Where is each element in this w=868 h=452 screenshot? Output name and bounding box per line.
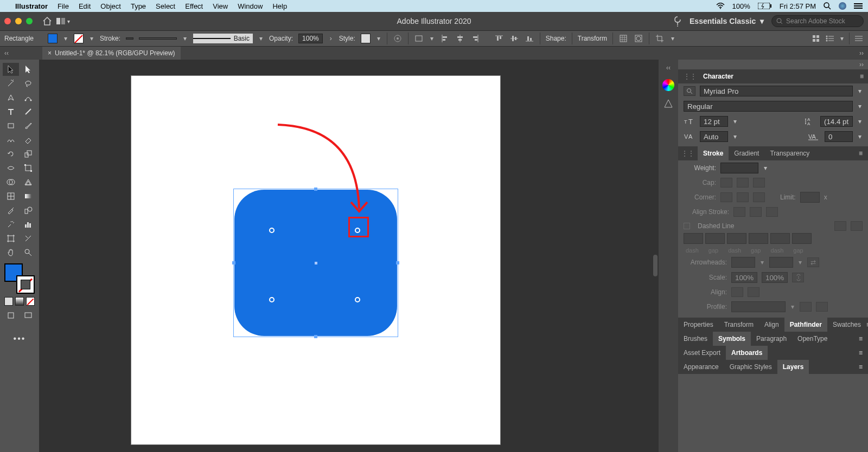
kerning-input[interactable] bbox=[700, 131, 728, 142]
align-top-icon[interactable] bbox=[494, 34, 504, 43]
clock[interactable]: Fri 2:57 PM bbox=[780, 2, 816, 10]
font-style-dd[interactable]: ▾ bbox=[857, 104, 863, 109]
crop-image-icon[interactable] bbox=[655, 34, 665, 43]
arrow-scale-end[interactable] bbox=[762, 272, 788, 283]
font-family-input[interactable] bbox=[700, 86, 853, 96]
panel-grip-icon[interactable]: ⋮⋮ bbox=[684, 73, 697, 80]
selection-tool-icon[interactable] bbox=[3, 63, 19, 76]
isolate-icon[interactable] bbox=[618, 34, 628, 43]
dock-collapse-icon[interactable]: ‹‹ bbox=[666, 64, 671, 72]
menu-object[interactable]: Object bbox=[100, 2, 121, 10]
gradient-tab[interactable]: Gradient bbox=[729, 146, 764, 160]
panel-grip-icon[interactable]: ⋮⋮ bbox=[678, 150, 698, 157]
arrow-start-select[interactable] bbox=[731, 257, 755, 268]
font-search-icon[interactable] bbox=[684, 86, 695, 96]
align-stroke-center-icon[interactable] bbox=[733, 207, 745, 217]
asset-export-tab[interactable]: Asset Export bbox=[678, 346, 726, 360]
none-mode-icon[interactable] bbox=[26, 297, 35, 306]
align-right-icon[interactable] bbox=[470, 34, 480, 43]
fill-stroke-indicator[interactable] bbox=[4, 263, 35, 294]
brushes-tab[interactable]: Brushes bbox=[678, 332, 713, 346]
perspective-grid-tool-icon[interactable] bbox=[20, 176, 36, 189]
stroke-tab[interactable]: Stroke bbox=[698, 146, 729, 160]
wifi-icon[interactable] bbox=[716, 3, 725, 9]
tracking-dd[interactable]: ▾ bbox=[857, 134, 863, 139]
adobe-stock-search[interactable]: Search Adobe Stock bbox=[771, 15, 864, 27]
pen-tool-icon[interactable] bbox=[3, 91, 19, 104]
appearance-tab[interactable]: Appearance bbox=[678, 360, 724, 374]
zoom-window-icon[interactable] bbox=[26, 18, 33, 24]
pathfinder-tab[interactable]: Pathfinder bbox=[784, 318, 827, 332]
recolor-artwork-icon[interactable] bbox=[393, 34, 403, 43]
opacity-dd[interactable]: › bbox=[328, 36, 334, 41]
shape-label[interactable]: Shape: bbox=[546, 35, 566, 42]
brush-definition[interactable]: Basic bbox=[193, 34, 253, 43]
home-button[interactable] bbox=[42, 16, 52, 26]
gap2-input[interactable] bbox=[749, 233, 768, 244]
font-family-dd[interactable]: ▾ bbox=[857, 88, 863, 94]
shaper-tool-icon[interactable] bbox=[3, 133, 19, 146]
blend-tool-icon[interactable] bbox=[20, 204, 36, 217]
fill-dropdown-icon[interactable]: ▾ bbox=[63, 36, 68, 41]
tracking-input[interactable] bbox=[825, 131, 853, 142]
spotlight-icon[interactable] bbox=[824, 2, 831, 10]
corner-widget-br[interactable] bbox=[355, 297, 360, 302]
align-hcenter-icon[interactable] bbox=[455, 34, 465, 43]
shape-builder-tool-icon[interactable] bbox=[3, 176, 19, 189]
font-size-input[interactable] bbox=[700, 116, 728, 127]
transparency-tab[interactable]: Transparency bbox=[764, 146, 815, 160]
align-stroke-inside-icon[interactable] bbox=[750, 207, 762, 217]
menu-file[interactable]: File bbox=[58, 2, 69, 10]
tabs-scroll-left-icon[interactable]: ‹‹ bbox=[4, 49, 9, 57]
row4-menu-icon[interactable]: ≡ bbox=[859, 363, 868, 371]
corner-bevel-icon[interactable] bbox=[753, 192, 765, 202]
paintbrush-tool-icon[interactable] bbox=[20, 119, 36, 132]
search-help-icon[interactable] bbox=[673, 16, 682, 27]
draw-mode-icon[interactable] bbox=[3, 309, 19, 322]
kerning-dd[interactable]: ▾ bbox=[732, 134, 738, 139]
tabs-scroll-right-icon[interactable]: ›› bbox=[859, 49, 864, 57]
gradient-tool-icon[interactable] bbox=[20, 190, 36, 203]
dash-preserve-icon[interactable] bbox=[851, 221, 863, 231]
flip-along-icon[interactable] bbox=[800, 302, 812, 312]
lasso-tool-icon[interactable] bbox=[20, 77, 36, 90]
gap3-input[interactable] bbox=[792, 233, 812, 244]
minimize-window-icon[interactable] bbox=[15, 18, 22, 24]
siri-icon[interactable] bbox=[839, 2, 846, 10]
arrow-align-end-icon[interactable] bbox=[748, 287, 760, 297]
leading-input[interactable] bbox=[820, 116, 853, 127]
stroke-weight-dd[interactable]: ▾ bbox=[763, 165, 768, 171]
panel-menu-icon[interactable] bbox=[854, 34, 864, 43]
arrow-scale-start[interactable] bbox=[731, 272, 757, 283]
column-graph-tool-icon[interactable] bbox=[20, 218, 36, 231]
curvature-tool-icon[interactable] bbox=[20, 91, 36, 104]
align-to-selection-icon[interactable] bbox=[414, 34, 424, 43]
leading-dd[interactable]: ▾ bbox=[857, 119, 863, 124]
rectangle-tool-icon[interactable] bbox=[3, 119, 19, 132]
artboard[interactable] bbox=[131, 76, 500, 444]
eyedropper-tool-icon[interactable] bbox=[3, 204, 19, 217]
profile-dd[interactable]: ▾ bbox=[790, 304, 795, 309]
direct-selection-tool-icon[interactable] bbox=[20, 63, 36, 76]
document-tab[interactable]: × Untitled-1* @ 82.1% (RGB/GPU Preview) bbox=[42, 47, 181, 60]
align-stroke-outside-icon[interactable] bbox=[766, 207, 778, 217]
arrow-start-dd[interactable]: ▾ bbox=[760, 260, 765, 265]
arrow-end-select[interactable] bbox=[769, 257, 793, 268]
menu-help[interactable]: Help bbox=[272, 2, 287, 10]
transform-label[interactable]: Transform bbox=[578, 35, 607, 42]
dash3-input[interactable] bbox=[770, 233, 790, 244]
close-window-icon[interactable] bbox=[4, 18, 11, 24]
mask-icon[interactable] bbox=[634, 34, 643, 43]
stroke-weight-input[interactable] bbox=[126, 37, 133, 40]
profile-select[interactable] bbox=[731, 301, 786, 312]
menu-effect[interactable]: Effect bbox=[185, 2, 203, 10]
canvas[interactable] bbox=[39, 60, 659, 452]
swatches-tab[interactable]: Swatches bbox=[827, 318, 866, 332]
align-to-dd[interactable]: ▾ bbox=[429, 36, 435, 41]
row2-menu-icon[interactable]: ≡ bbox=[859, 335, 868, 343]
menu-type[interactable]: Type bbox=[131, 2, 146, 10]
align-left-icon[interactable] bbox=[440, 34, 450, 43]
workspace-switcher[interactable]: Essentials Classic ▾ bbox=[690, 17, 764, 25]
character-panel-menu-icon[interactable]: ≡ bbox=[860, 73, 864, 80]
line-segment-tool-icon[interactable] bbox=[20, 105, 36, 118]
